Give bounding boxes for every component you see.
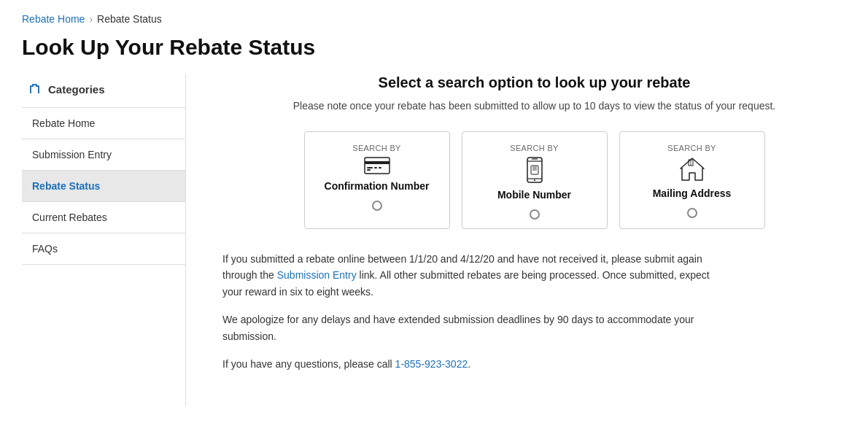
phone-link[interactable]: 1-855-923-3022	[395, 358, 468, 370]
house-icon	[679, 157, 705, 185]
svg-rect-4	[374, 167, 377, 168]
info-section: If you submitted a rebate online between…	[222, 251, 726, 372]
svg-rect-0	[365, 158, 390, 174]
breadcrumb: Rebate Home › Rebate Status	[0, 0, 868, 32]
sidebar-item-faqs[interactable]: FAQs	[22, 233, 185, 265]
confirmation-card-label: SEARCH BY	[352, 144, 401, 152]
search-card-mailing[interactable]: SEARCH BY Mailing Address	[619, 131, 765, 229]
info-paragraph-1: If you submitted a rebate online between…	[222, 251, 726, 300]
main-subtitle: Please note once your rebate has been su…	[222, 98, 846, 114]
breadcrumb-separator: ›	[89, 13, 93, 25]
svg-rect-2	[367, 167, 373, 168]
breadcrumb-current: Rebate Status	[97, 13, 162, 25]
mobile-icon	[527, 157, 543, 186]
submission-entry-link[interactable]: Submission Entry	[277, 269, 357, 281]
confirmation-card-title: Confirmation Number	[325, 180, 430, 192]
breadcrumb-home-link[interactable]: Rebate Home	[22, 13, 85, 25]
sidebar-header-label: Categories	[48, 83, 105, 96]
mailing-card-label: SEARCH BY	[667, 144, 716, 152]
info-paragraph-2: We apologize for any delays and have ext…	[222, 311, 726, 344]
search-card-mobile[interactable]: SEARCH BY Mobile Number	[462, 131, 608, 229]
mailing-card-title: Mailing Address	[653, 187, 732, 199]
page-title: Look Up Your Rebate Status	[0, 32, 868, 74]
confirmation-card-radio[interactable]	[372, 201, 382, 211]
info-p3-text-before: If you have any questions, please call	[222, 358, 395, 370]
sidebar-item-rebate-home[interactable]: Rebate Home	[22, 107, 185, 139]
svg-rect-3	[367, 169, 371, 171]
sidebar-item-rebate-status[interactable]: Rebate Status	[22, 170, 185, 201]
mobile-card-label: SEARCH BY	[510, 144, 559, 152]
main-content: Select a search option to look up your r…	[186, 74, 846, 406]
search-card-confirmation[interactable]: SEARCH BY Confirmation Number	[304, 131, 450, 229]
info-p2-text: We apologize for any delays and have ext…	[222, 314, 694, 341]
svg-rect-1	[365, 161, 390, 164]
sidebar: ⛫ Categories Rebate Home Submission Entr…	[22, 74, 186, 406]
layout: ⛫ Categories Rebate Home Submission Entr…	[0, 74, 868, 406]
mobile-card-title: Mobile Number	[497, 189, 571, 201]
main-heading: Select a search option to look up your r…	[222, 74, 846, 91]
svg-marker-15	[681, 158, 704, 180]
mobile-card-radio[interactable]	[530, 209, 540, 220]
svg-rect-5	[379, 167, 381, 168]
sidebar-item-submission-entry[interactable]: Submission Entry	[22, 139, 185, 170]
search-options: SEARCH BY Confirmation Number SEARC	[222, 131, 846, 229]
sidebar-header: ⛫ Categories	[22, 74, 185, 107]
svg-point-14	[534, 179, 535, 181]
info-p3-text-after: .	[468, 358, 470, 370]
credit-card-icon	[364, 157, 390, 177]
categories-icon: ⛫	[29, 82, 42, 97]
info-paragraph-3: If you have any questions, please call 1…	[222, 356, 726, 372]
sidebar-item-current-rebates[interactable]: Current Rebates	[22, 201, 185, 233]
mailing-card-radio[interactable]	[687, 208, 697, 218]
